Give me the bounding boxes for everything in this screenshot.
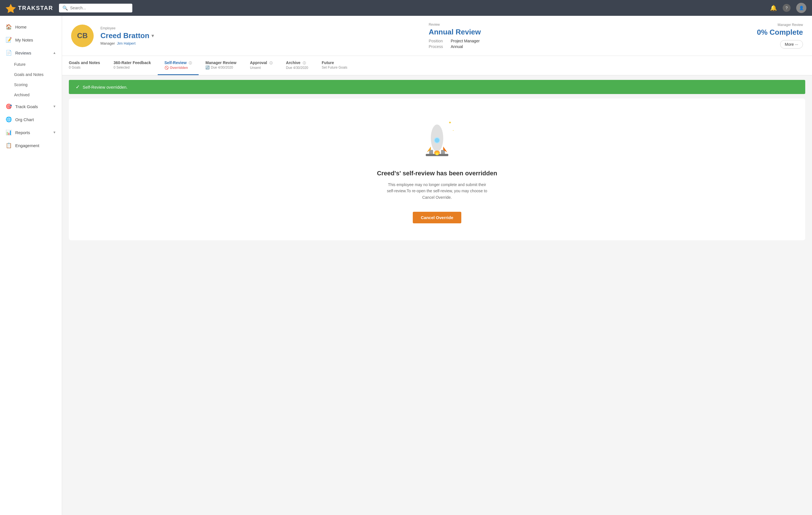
sidebar-item-reviews[interactable]: 📄 Reviews ▲ bbox=[0, 46, 62, 59]
sidebar-item-future[interactable]: Future bbox=[14, 59, 62, 70]
override-card: ✦ • bbox=[69, 99, 805, 240]
overridden-status: 🚫 Overridden bbox=[165, 66, 188, 70]
archive-help-icon[interactable]: ⓘ bbox=[303, 61, 306, 65]
sidebar-item-archived[interactable]: Archived bbox=[14, 90, 62, 100]
more-button[interactable]: More ··· bbox=[780, 40, 803, 49]
tab-future-title: Future bbox=[322, 60, 347, 65]
search-input[interactable] bbox=[70, 6, 129, 10]
self-review-help-icon[interactable]: ⓘ bbox=[189, 61, 192, 65]
engagement-icon: 📋 bbox=[6, 142, 12, 148]
avatar[interactable]: 👤 bbox=[796, 3, 806, 13]
sidebar-label-my-notes: My Notes bbox=[15, 37, 33, 42]
employee-name-text: Creed Bratton bbox=[100, 31, 149, 40]
org-chart-icon: 🌐 bbox=[6, 116, 12, 123]
review-info: Review Annual Review Position Project Ma… bbox=[429, 23, 750, 49]
reviews-icon: 📄 bbox=[6, 50, 12, 56]
success-message: Self-Review overridden. bbox=[83, 85, 127, 89]
tab-360-sub: 0 Selected bbox=[113, 65, 151, 70]
review-tabs: Goals and Notes 0 Goals 360-Rater Feedba… bbox=[62, 56, 812, 75]
tab-future-sub: Set Future Goals bbox=[322, 65, 347, 70]
sidebar-label-org-chart: Org Chart bbox=[15, 117, 34, 122]
sidebar-label-home: Home bbox=[15, 25, 27, 29]
topnav-right: 🔔 ? 👤 bbox=[770, 3, 806, 13]
employee-info: Employee Creed Bratton ▾ Manager Jim Hal… bbox=[100, 26, 422, 46]
manager-label-text: Manager bbox=[100, 41, 115, 46]
search-bar[interactable]: 🔍 bbox=[59, 4, 132, 12]
tab-self-review[interactable]: Self-Review ⓘ 🚫 Overridden bbox=[158, 56, 199, 75]
due-icon: 🔄 bbox=[205, 65, 210, 70]
sidebar-label-reviews: Reviews bbox=[15, 51, 31, 55]
sidebar-label-archived: Archived bbox=[14, 92, 29, 97]
sidebar-item-engagement[interactable]: 📋 Engagement bbox=[0, 139, 62, 152]
sidebar-item-reports[interactable]: 📊 Reports ▼ bbox=[0, 126, 62, 139]
overridden-icon: 🚫 bbox=[165, 66, 169, 70]
notification-bell-icon[interactable]: 🔔 bbox=[770, 4, 777, 11]
position-row: Position Project Manager bbox=[429, 39, 750, 43]
process-label: Process bbox=[429, 44, 448, 49]
sidebar-item-track-goals[interactable]: 🎯 Track Goals ▼ bbox=[0, 100, 62, 113]
tab-goals-and-notes[interactable]: Goals and Notes 0 Goals bbox=[62, 56, 107, 75]
home-icon: 🏠 bbox=[6, 24, 12, 30]
tab-goals-and-notes-title: Goals and Notes bbox=[69, 60, 100, 65]
process-value: Annual bbox=[451, 44, 463, 49]
logo[interactable]: TRAKSTAR bbox=[6, 3, 53, 13]
main-content: CB Employee Creed Bratton ▾ Manager Jim … bbox=[62, 16, 812, 515]
reports-chevron-icon: ▼ bbox=[53, 131, 56, 134]
tab-self-review-title: Self-Review ⓘ bbox=[165, 60, 192, 65]
tab-approval-title: Approval ⓘ bbox=[250, 60, 272, 65]
manager-review-info: Manager Review 0% Complete More ··· bbox=[757, 23, 803, 49]
tab-future[interactable]: Future Set Future Goals bbox=[315, 56, 354, 75]
cancel-override-button[interactable]: Cancel Override bbox=[413, 212, 461, 223]
tab-manager-review-title: Manager Review bbox=[205, 60, 236, 65]
success-check-icon: ✓ bbox=[76, 84, 80, 90]
help-icon[interactable]: ? bbox=[783, 4, 790, 12]
sidebar-item-org-chart[interactable]: 🌐 Org Chart bbox=[0, 113, 62, 126]
sidebar-label-future: Future bbox=[14, 62, 25, 66]
employee-label: Employee bbox=[100, 26, 422, 30]
approval-help-icon[interactable]: ⓘ bbox=[269, 61, 272, 65]
sidebar-label-track-goals: Track Goals bbox=[15, 104, 38, 109]
sidebar-label-engagement: Engagement bbox=[15, 143, 39, 148]
svg-text:•: • bbox=[453, 129, 454, 132]
tab-self-review-sub: 🚫 Overridden bbox=[165, 66, 192, 70]
employee-manager: Manager Jim Halpert bbox=[100, 41, 422, 46]
sidebar-item-my-notes[interactable]: 📝 My Notes bbox=[0, 33, 62, 46]
track-goals-chevron-icon: ▼ bbox=[53, 105, 56, 108]
review-label: Review bbox=[429, 23, 750, 27]
completion-percentage: 0% Complete bbox=[757, 28, 803, 37]
sidebar-item-goals-and-notes[interactable]: Goals and Notes bbox=[14, 70, 62, 80]
logo-text: TRAKSTAR bbox=[18, 5, 53, 11]
tab-goals-and-notes-sub: 0 Goals bbox=[69, 65, 100, 70]
sidebar-label-goals-and-notes: Goals and Notes bbox=[14, 72, 44, 77]
tab-360-rater-feedback[interactable]: 360-Rater Feedback 0 Selected bbox=[107, 56, 157, 75]
main-layout: 🏠 Home 📝 My Notes 📄 Reviews ▲ Future Goa… bbox=[0, 16, 812, 515]
process-row: Process Annual bbox=[429, 44, 750, 49]
review-meta: Position Project Manager Process Annual bbox=[429, 39, 750, 49]
override-description: This employee may no longer complete and… bbox=[386, 182, 488, 200]
tab-archive-sub: Due 4/30/2020 bbox=[286, 66, 309, 70]
reviews-chevron-icon: ▲ bbox=[53, 51, 56, 55]
success-banner: ✓ Self-Review overridden. bbox=[69, 80, 805, 94]
cancel-override-label: Cancel Override bbox=[421, 215, 453, 220]
employee-avatar: CB bbox=[71, 25, 94, 47]
position-value: Project Manager bbox=[451, 39, 480, 43]
sidebar-item-home[interactable]: 🏠 Home bbox=[0, 20, 62, 33]
sidebar-label-scoring: Scoring bbox=[14, 82, 27, 87]
sidebar-item-scoring[interactable]: Scoring bbox=[14, 80, 62, 90]
rocket-illustration: ✦ • bbox=[414, 115, 460, 161]
tab-manager-review[interactable]: Manager Review 🔄 Due 4/30/2020 bbox=[199, 56, 243, 75]
sidebar-reviews-submenu: Future Goals and Notes Scoring Archived bbox=[0, 59, 62, 100]
search-icon: 🔍 bbox=[62, 5, 68, 11]
employee-name-row: Creed Bratton ▾ bbox=[100, 31, 422, 40]
tab-archive[interactable]: Archive ⓘ Due 4/30/2020 bbox=[279, 56, 315, 75]
svg-marker-0 bbox=[6, 4, 16, 13]
tab-approval-sub: Unsent bbox=[250, 66, 272, 70]
sidebar-label-reports: Reports bbox=[15, 130, 30, 135]
tab-approval[interactable]: Approval ⓘ Unsent bbox=[243, 56, 279, 75]
more-button-label: More ··· bbox=[785, 42, 798, 47]
notes-icon: 📝 bbox=[6, 37, 12, 43]
manager-link[interactable]: Jim Halpert bbox=[117, 41, 136, 46]
sidebar: 🏠 Home 📝 My Notes 📄 Reviews ▲ Future Goa… bbox=[0, 16, 62, 515]
avatar-initials: CB bbox=[77, 31, 88, 40]
employee-dropdown-chevron[interactable]: ▾ bbox=[151, 33, 154, 38]
